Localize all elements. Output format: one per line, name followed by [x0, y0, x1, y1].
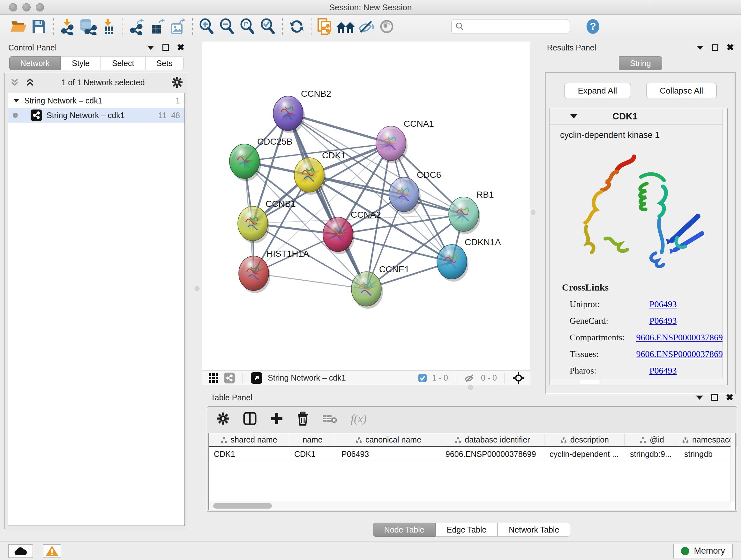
table-cell[interactable]: 9606.ENSP00000378699 — [441, 447, 544, 461]
edge-CCNB2-CCNE1[interactable] — [288, 113, 366, 289]
table-vertical-scrollbar[interactable] — [731, 433, 735, 502]
panel-menu-icon[interactable] — [697, 46, 704, 50]
node-CCNA2[interactable]: CCNA2 — [323, 210, 381, 254]
close-panel-icon[interactable]: ✖ — [177, 44, 185, 51]
close-panel-icon[interactable]: ✖ — [727, 44, 734, 51]
node-CDKN1A[interactable]: CDKN1A — [437, 237, 501, 282]
bottom-splitter-handle[interactable] — [468, 385, 473, 390]
collapse-entry-icon[interactable] — [570, 114, 577, 118]
column-header-namespace[interactable]: namespace — [679, 433, 737, 446]
node-detail-header[interactable]: CDK1 — [550, 108, 727, 125]
home-networks-button[interactable] — [336, 17, 356, 36]
tab-network[interactable]: Network — [9, 56, 61, 70]
zoom-in-button[interactable] — [197, 17, 217, 36]
node-CDC6[interactable]: CDC6 — [389, 170, 441, 214]
grid-mode-icon[interactable] — [208, 373, 219, 383]
collapse-all-networks-icon[interactable] — [10, 78, 19, 86]
string-network-graph[interactable]: CCNB2CCNA1CDC25BCDK1CDC6RB1CCNB1CCNA2CDK… — [202, 42, 530, 370]
tab-style[interactable]: Style — [61, 56, 101, 70]
close-panel-icon[interactable]: ✖ — [726, 394, 733, 401]
function-builder-button[interactable]: f(x) — [351, 412, 367, 425]
column-header-@id[interactable]: @id — [625, 433, 679, 446]
fit-content-crosshair-icon[interactable] — [513, 372, 525, 384]
collapse-all-button[interactable]: Collapse All — [646, 83, 717, 98]
zoom-out-button[interactable] — [217, 17, 238, 36]
global-search-field[interactable] — [451, 19, 570, 34]
memory-button[interactable]: Memory — [673, 544, 733, 558]
search-input[interactable] — [464, 20, 566, 33]
table-cell[interactable]: CDK1 — [289, 447, 336, 461]
network-options-gear-icon[interactable] — [172, 77, 183, 88]
network-row[interactable]: String Network – cdk1 11 48 — [8, 108, 185, 123]
float-panel-icon[interactable] — [712, 44, 718, 51]
panel-menu-icon[interactable] — [147, 46, 154, 50]
network-view-mode-icon[interactable] — [224, 373, 235, 383]
edge-CDK1-RB1[interactable] — [309, 175, 464, 214]
node-CCNE1[interactable]: CCNE1 — [351, 264, 409, 309]
table-cell[interactable]: stringdb — [679, 447, 737, 461]
edge-HIST1H1A-CCNE1[interactable] — [254, 273, 366, 289]
table-cell[interactable]: CDK1 — [209, 447, 289, 461]
right-splitter-handle[interactable] — [531, 210, 536, 215]
table-cell[interactable]: P06493 — [336, 447, 441, 461]
entry-vertical-scrollbar[interactable] — [723, 108, 727, 379]
tab-edge-table[interactable]: Edge Table — [435, 523, 498, 537]
node-RB1[interactable]: RB1 — [449, 190, 494, 234]
delete-table-icon[interactable] — [323, 413, 337, 424]
save-session-button[interactable] — [29, 17, 49, 36]
cloud-status-button[interactable] — [8, 544, 33, 558]
table-options-gear-icon[interactable] — [217, 412, 229, 425]
tab-sets[interactable]: Sets — [145, 56, 184, 70]
crosslink-link[interactable]: P06493 — [650, 299, 677, 309]
import-network-from-database-button[interactable] — [78, 17, 98, 36]
zoom-fit-button[interactable] — [238, 17, 258, 36]
help-button[interactable]: ? — [583, 17, 603, 36]
table-cell[interactable]: stringdb:9... — [625, 447, 679, 461]
apply-layout-button[interactable] — [286, 17, 307, 36]
tab-network-table[interactable]: Network Table — [497, 523, 570, 537]
column-header-description[interactable]: description — [544, 433, 625, 446]
column-header-name[interactable]: name — [289, 433, 336, 446]
import-table-file-button[interactable] — [98, 17, 119, 36]
entry-horizontal-scrollbar[interactable] — [550, 379, 727, 385]
table-horizontal-scrollbar[interactable] — [209, 502, 731, 510]
left-splitter-handle[interactable] — [195, 286, 199, 291]
import-network-file-button[interactable] — [57, 17, 78, 36]
expand-all-networks-icon[interactable] — [25, 78, 35, 86]
export-image-button[interactable] — [168, 17, 188, 36]
export-table-button[interactable] — [147, 17, 168, 36]
collection-expander-icon[interactable] — [13, 99, 19, 102]
tab-node-table[interactable]: Node Table — [373, 523, 435, 537]
show-hide-labels-button[interactable] — [356, 17, 377, 36]
node-CCNB1[interactable]: CCNB1 — [238, 199, 296, 243]
crosslink-link[interactable]: P06493 — [650, 366, 677, 376]
export-network-button[interactable] — [127, 17, 147, 36]
zoom-selected-button[interactable] — [258, 17, 278, 36]
crosslink-link[interactable]: 9606.ENSP00000378699 — [636, 349, 727, 359]
panel-menu-icon[interactable] — [696, 395, 703, 400]
table-row[interactable]: CDK1CDK1P064939606.ENSP00000378699cyclin… — [209, 447, 735, 461]
node-HIST1H1A[interactable]: HIST1H1A — [239, 249, 309, 293]
tab-string[interactable]: String — [619, 56, 662, 70]
show-column-icon[interactable] — [243, 412, 257, 426]
create-column-plus-icon[interactable] — [270, 412, 283, 425]
birds-eye-view-toggle[interactable] — [251, 372, 263, 384]
column-header-shared-name[interactable]: shared name — [209, 433, 289, 446]
expand-all-button[interactable]: Expand All — [564, 83, 631, 98]
crosslink-link[interactable]: 9606.ENSP00000378699 — [636, 332, 727, 343]
show-graphics-details-button[interactable] — [377, 17, 397, 36]
crosslink-link[interactable]: P06493 — [650, 316, 677, 326]
selected-nodes-checkbox-icon[interactable] — [418, 374, 427, 382]
warnings-button[interactable] — [43, 544, 61, 558]
network-collection-row[interactable]: String Network – cdk1 1 — [8, 93, 185, 108]
tab-select[interactable]: Select — [101, 56, 145, 70]
network-canvas[interactable]: CCNB2CCNA1CDC25BCDK1CDC6RB1CCNB1CCNA2CDK… — [202, 42, 530, 370]
column-header-canonical-name[interactable]: canonical name — [336, 433, 441, 446]
delete-column-trash-icon[interactable] — [296, 412, 309, 426]
open-session-button[interactable] — [8, 17, 29, 36]
float-panel-icon[interactable] — [711, 394, 718, 401]
float-panel-icon[interactable] — [162, 44, 169, 51]
table-cell[interactable]: cyclin-dependent ... — [544, 447, 625, 461]
column-header-database-identifier[interactable]: database identifier — [441, 433, 544, 446]
string-import-button[interactable] — [315, 17, 336, 36]
